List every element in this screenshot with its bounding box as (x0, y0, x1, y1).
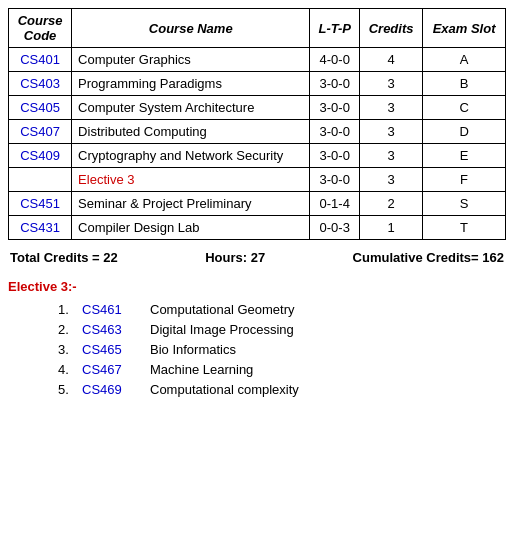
cell-credits: 3 (360, 120, 423, 144)
cell-code: CS405 (9, 96, 72, 120)
col-header-code: CourseCode (9, 9, 72, 48)
elective-number: 3. (58, 342, 78, 357)
cell-name: Programming Paradigms (72, 72, 310, 96)
electives-section: Elective 3:- 1.CS461Computational Geomet… (8, 279, 506, 397)
cell-name: Distributed Computing (72, 120, 310, 144)
col-header-name: Course Name (72, 9, 310, 48)
table-row: CS451Seminar & Project Preliminary0-1-42… (9, 192, 506, 216)
cell-name: Compiler Design Lab (72, 216, 310, 240)
elective-code: CS469 (82, 382, 142, 397)
cell-name: Computer System Architecture (72, 96, 310, 120)
elective-code: CS461 (82, 302, 142, 317)
cell-ltp: 3-0-0 (310, 144, 360, 168)
elective-item: 5.CS469Computational complexity (58, 382, 506, 397)
cell-code: CS401 (9, 48, 72, 72)
total-hours: Hours: 27 (205, 250, 265, 265)
table-row: CS431Compiler Design Lab0-0-31T (9, 216, 506, 240)
elective-item: 2.CS463Digital Image Processing (58, 322, 506, 337)
elective-item: 1.CS461Computational Geometry (58, 302, 506, 317)
cell-credits: 1 (360, 216, 423, 240)
cell-credits: 3 (360, 144, 423, 168)
elective-name: Bio Informatics (150, 342, 236, 357)
elective-code: CS467 (82, 362, 142, 377)
cell-slot: C (423, 96, 506, 120)
elective-number: 4. (58, 362, 78, 377)
cell-code: CS451 (9, 192, 72, 216)
cell-slot: A (423, 48, 506, 72)
cell-credits: 4 (360, 48, 423, 72)
elective-name: Computational complexity (150, 382, 299, 397)
elective-name: Machine Learning (150, 362, 253, 377)
table-row: CS401Computer Graphics4-0-04A (9, 48, 506, 72)
cell-code: CS407 (9, 120, 72, 144)
cell-credits: 3 (360, 96, 423, 120)
cell-slot: D (423, 120, 506, 144)
elective-number: 2. (58, 322, 78, 337)
elective-number: 5. (58, 382, 78, 397)
cell-credits: 3 (360, 168, 423, 192)
cell-ltp: 3-0-0 (310, 96, 360, 120)
cell-name: Seminar & Project Preliminary (72, 192, 310, 216)
col-header-slot: Exam Slot (423, 9, 506, 48)
table-row: CS403Programming Paradigms3-0-03B (9, 72, 506, 96)
course-table: CourseCode Course Name L-T-P Credits Exa… (8, 8, 506, 240)
cell-ltp: 0-0-3 (310, 216, 360, 240)
elective-list: 1.CS461Computational Geometry2.CS463Digi… (58, 302, 506, 397)
elective-item: 4.CS467Machine Learning (58, 362, 506, 377)
cell-code (9, 168, 72, 192)
cell-code: CS431 (9, 216, 72, 240)
cell-ltp: 4-0-0 (310, 48, 360, 72)
col-header-ltp: L-T-P (310, 9, 360, 48)
table-row: CS409Cryptography and Network Security3-… (9, 144, 506, 168)
cell-slot: B (423, 72, 506, 96)
cell-slot: T (423, 216, 506, 240)
elective-name: Digital Image Processing (150, 322, 294, 337)
summary-row: Total Credits = 22 Hours: 27 Cumulative … (8, 246, 506, 269)
cell-code: CS409 (9, 144, 72, 168)
cell-ltp: 3-0-0 (310, 72, 360, 96)
elective-code: CS465 (82, 342, 142, 357)
cell-ltp: 0-1-4 (310, 192, 360, 216)
table-row: CS405Computer System Architecture3-0-03C (9, 96, 506, 120)
table-row: Elective 33-0-03F (9, 168, 506, 192)
elective-name: Computational Geometry (150, 302, 295, 317)
cell-ltp: 3-0-0 (310, 168, 360, 192)
col-header-credits: Credits (360, 9, 423, 48)
cell-code: CS403 (9, 72, 72, 96)
cell-name: Cryptography and Network Security (72, 144, 310, 168)
total-credits: Total Credits = 22 (10, 250, 118, 265)
cell-slot: E (423, 144, 506, 168)
elective-code: CS463 (82, 322, 142, 337)
elective-header: Elective 3:- (8, 279, 506, 294)
cell-ltp: 3-0-0 (310, 120, 360, 144)
elective-item: 3.CS465Bio Informatics (58, 342, 506, 357)
cell-name: Elective 3 (72, 168, 310, 192)
cell-slot: F (423, 168, 506, 192)
cell-slot: S (423, 192, 506, 216)
cumulative-credits: Cumulative Credits= 162 (353, 250, 504, 265)
cell-credits: 3 (360, 72, 423, 96)
cell-credits: 2 (360, 192, 423, 216)
cell-name: Computer Graphics (72, 48, 310, 72)
table-row: CS407Distributed Computing3-0-03D (9, 120, 506, 144)
elective-number: 1. (58, 302, 78, 317)
